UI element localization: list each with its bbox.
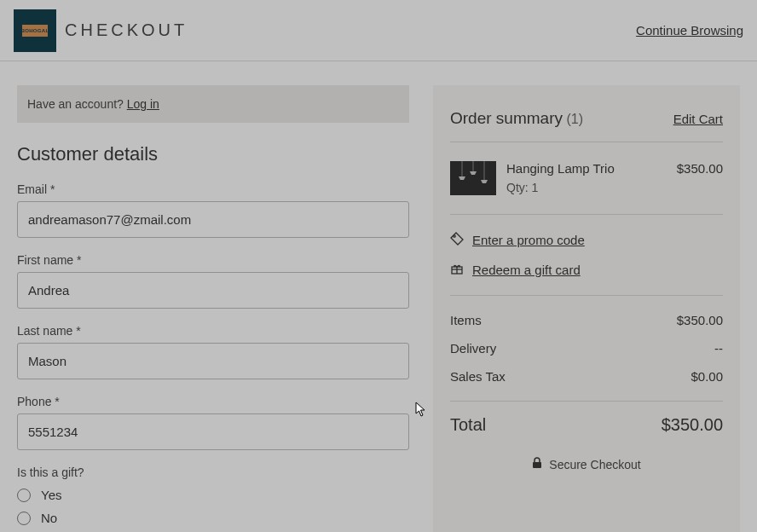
gift-yes-radio[interactable] <box>17 489 31 502</box>
items-row: Items $350.00 <box>450 306 723 334</box>
page-title: CHECKOUT <box>65 20 188 40</box>
item-thumbnail <box>450 161 496 195</box>
tax-row: Sales Tax $0.00 <box>450 362 723 390</box>
tax-label: Sales Tax <box>450 369 506 384</box>
tax-value: $0.00 <box>691 369 723 384</box>
customer-form: Have an account? Log in Customer details… <box>17 85 409 532</box>
gift-no-label: No <box>41 511 57 525</box>
gift-no-row[interactable]: No <box>17 511 409 525</box>
gift-icon <box>450 262 464 278</box>
gift-card-link[interactable]: Redeem a gift card <box>472 263 581 277</box>
section-title: Customer details <box>17 143 409 165</box>
brand: BOHOGAL CHECKOUT <box>14 9 188 52</box>
secure-checkout: Secure Checkout <box>450 457 723 471</box>
last-name-label: Last name * <box>17 324 409 338</box>
account-prompt-text: Have an account? <box>27 97 127 111</box>
header: BOHOGAL CHECKOUT Continue Browsing <box>0 0 757 61</box>
gift-yes-label: Yes <box>41 488 61 502</box>
delivery-label: Delivery <box>450 341 496 356</box>
email-label: Email * <box>17 182 409 196</box>
item-price: $350.00 <box>677 161 723 195</box>
item-qty: Qty: 1 <box>506 181 667 194</box>
logo-text: BOHOGAL <box>22 25 48 37</box>
order-summary: Order summary (1) Edit Cart Hanging Lam <box>433 85 740 532</box>
delivery-row: Delivery -- <box>450 334 723 362</box>
phone-label: Phone * <box>17 395 409 408</box>
items-value: $350.00 <box>677 313 723 327</box>
phone-field[interactable] <box>17 413 409 450</box>
gift-yes-row[interactable]: Yes <box>17 488 409 502</box>
last-name-field[interactable] <box>17 343 409 379</box>
promo-row: Enter a promo code <box>450 225 723 255</box>
summary-count: (1) <box>566 112 583 126</box>
account-prompt: Have an account? Log in <box>17 85 409 123</box>
secure-label: Secure Checkout <box>549 458 640 471</box>
items-label: Items <box>450 313 482 327</box>
continue-browsing-link[interactable]: Continue Browsing <box>636 23 743 38</box>
gift-no-radio[interactable] <box>17 512 31 525</box>
total-row: Total $350.00 <box>450 412 723 442</box>
first-name-label: First name * <box>17 253 409 267</box>
svg-point-4 <box>454 235 455 237</box>
tag-icon <box>450 232 464 248</box>
delivery-value: -- <box>714 341 723 356</box>
total-value: $350.00 <box>662 415 723 435</box>
cart-item: Hanging Lamp Trio Qty: 1 $350.00 <box>450 153 723 204</box>
promo-code-link[interactable]: Enter a promo code <box>472 233 585 247</box>
svg-rect-8 <box>533 462 541 468</box>
first-name-field[interactable] <box>17 272 409 309</box>
email-field[interactable] <box>17 201 409 238</box>
edit-cart-link[interactable]: Edit Cart <box>673 112 723 126</box>
gift-question: Is this a gift? <box>17 466 409 479</box>
logo: BOHOGAL <box>14 9 56 52</box>
total-label: Total <box>450 415 486 435</box>
lock-icon <box>532 457 542 471</box>
gift-card-row: Redeem a gift card <box>450 255 723 285</box>
item-name: Hanging Lamp Trio <box>506 161 667 176</box>
summary-title: Order summary <box>450 109 563 127</box>
login-link[interactable]: Log in <box>127 97 159 111</box>
